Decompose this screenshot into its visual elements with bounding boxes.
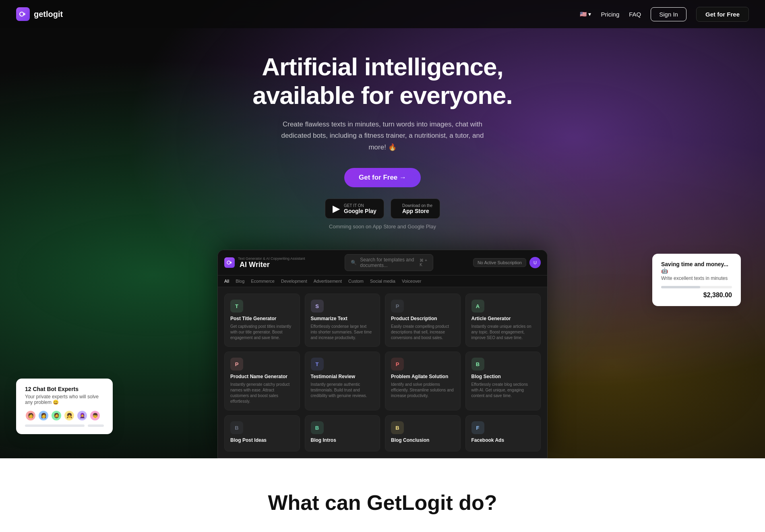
app-search[interactable]: 🔍 Search for templates and documents... … — [345, 254, 433, 271]
chatbot-avatars: 🧑👩🧔👧🧕👦 — [25, 410, 104, 421]
app-card[interactable]: F Facebook Ads — [465, 415, 541, 451]
app-card[interactable]: T Post Title Generator Get captivating p… — [224, 294, 300, 347]
card-title: Product Description — [391, 316, 455, 321]
logo[interactable]: getlogit — [16, 7, 63, 21]
store-buttons: ▶ GET IT ON Google Play Download on the … — [325, 199, 440, 219]
saving-card-bar-fill — [661, 286, 700, 288]
nav-faq[interactable]: FAQ — [629, 11, 641, 18]
app-card[interactable]: B Blog Section Effortlessly create blog … — [465, 352, 541, 410]
avatar: 👦 — [89, 410, 101, 421]
card-icon: T — [230, 300, 243, 313]
get-free-button-nav[interactable]: Get for Free — [696, 7, 749, 22]
app-cards-grid: T Post Title Generator Get captivating p… — [218, 287, 547, 458]
avatar: 🧕 — [76, 410, 88, 421]
app-window: Text Generator & AI Copywriting Assistan… — [217, 250, 548, 458]
card-icon: F — [471, 421, 484, 434]
app-page-title: AI Writer — [240, 261, 305, 269]
card-desc: Instantly generate catchy product names … — [230, 382, 294, 404]
card-desc: Instantly create unique articles on any … — [471, 324, 535, 341]
nav-right: 🇺🇸 ▾ Pricing FAQ Sign In Get for Free — [580, 7, 749, 22]
svg-point-1 — [23, 13, 25, 15]
bottom-section: What can GetLogit do? — [0, 458, 765, 531]
language-selector[interactable]: 🇺🇸 ▾ — [580, 11, 591, 17]
app-card[interactable]: B Blog Intros — [305, 415, 380, 451]
tab-development[interactable]: Development — [281, 279, 307, 284]
tab-all[interactable]: All — [224, 279, 229, 284]
get-free-button-hero[interactable]: Get for Free → — [344, 168, 421, 187]
card-icon: A — [471, 300, 484, 313]
bottom-title: What can GetLogit do? — [16, 491, 749, 515]
app-card[interactable]: S Summarize Text Effortlessly condense l… — [305, 294, 380, 347]
card-title: Post Title Generator — [230, 316, 294, 321]
chatbot-card-sub: Your private experts who will solve any … — [25, 394, 104, 405]
tab-blog[interactable]: Blog — [236, 279, 244, 284]
flag-arrow: ▾ — [588, 11, 591, 17]
app-topbar: Text Generator & AI Copywriting Assistan… — [218, 250, 547, 275]
coming-soon-text: Comming soon on App Store and Google Pla… — [329, 224, 436, 230]
saving-card: Saving time and money... 🤖 Write excelle… — [652, 254, 741, 306]
card-title: Summarize Text — [311, 316, 374, 321]
app-card[interactable]: P Product Name Generator Instantly gener… — [224, 352, 300, 410]
card-title: Blog Intros — [311, 437, 374, 443]
card-desc: Get captivating post titles instantly wi… — [230, 324, 294, 341]
signin-button[interactable]: Sign In — [651, 7, 686, 21]
tab-voiceover[interactable]: Voiceover — [402, 279, 421, 284]
card-title: Article Generator — [471, 316, 535, 321]
card-title: Blog Conclusion — [391, 437, 455, 443]
google-play-button[interactable]: ▶ GET IT ON Google Play — [325, 199, 384, 219]
card-icon: S — [311, 300, 324, 313]
card-icon: P — [391, 358, 404, 371]
avatar: 👧 — [64, 410, 75, 421]
chatbot-bar-row — [25, 424, 104, 427]
hero-section: Artificial intelligence, available for e… — [0, 0, 765, 458]
app-card[interactable]: B Blog Post Ideas — [224, 415, 300, 451]
chatbot-card: 12 Chat Bot Experts Your private experts… — [16, 379, 113, 434]
saving-card-bar — [661, 286, 732, 288]
card-icon: P — [230, 358, 243, 371]
search-icon: 🔍 — [351, 260, 357, 265]
chatbot-bar-2 — [88, 424, 104, 427]
chatbot-bar-1 — [25, 424, 85, 427]
card-icon: B — [230, 421, 243, 434]
card-icon: B — [471, 358, 484, 371]
app-logo-mini — [224, 257, 235, 268]
card-title: Product Name Generator — [230, 374, 294, 379]
logo-text: getlogit — [34, 10, 63, 19]
card-desc: Effortlessly condense large text into sh… — [311, 324, 374, 341]
subscription-badge: No Active Subscription — [473, 258, 526, 267]
google-play-icon: ▶ — [333, 203, 340, 214]
saving-card-price: $2,380.00 — [661, 292, 732, 299]
card-title: Facebook Ads — [471, 437, 535, 443]
tab-advertisement[interactable]: Advertisement — [314, 279, 342, 284]
avatar: 🧔 — [51, 410, 62, 421]
svg-point-3 — [230, 262, 232, 264]
card-title: Blog Post Ideas — [230, 437, 294, 443]
app-page-label: Text Generator & AI Copywriting Assistan… — [238, 257, 305, 261]
logo-icon — [16, 7, 30, 21]
app-store-text: Download on the App Store — [402, 203, 432, 214]
hero-subtitle: Create flawless texts in minutes, turn w… — [278, 119, 487, 154]
card-icon: P — [391, 300, 404, 313]
screenshots-area: Saving time and money... 🤖 Write excelle… — [0, 250, 765, 458]
tab-custom[interactable]: Custom — [348, 279, 364, 284]
card-title: Blog Section — [471, 374, 535, 379]
app-card[interactable]: P Problem Agilate Solution Identify and … — [385, 352, 461, 410]
card-desc: Instantly generate authentic testimonial… — [311, 382, 374, 399]
app-card[interactable]: P Product Description Easily create comp… — [385, 294, 461, 347]
tab-social-media[interactable]: Social media — [370, 279, 395, 284]
card-title: Problem Agilate Solution — [391, 374, 455, 379]
google-play-text: GET IT ON Google Play — [344, 203, 376, 214]
avatar: 🧑 — [25, 410, 36, 421]
nav-pricing[interactable]: Pricing — [601, 11, 619, 18]
app-card[interactable]: A Article Generator Instantly create uni… — [465, 294, 541, 347]
card-desc: Easily create compelling product descrip… — [391, 324, 455, 341]
card-desc: Identify and solve problems efficiently.… — [391, 382, 455, 399]
app-card[interactable]: T Testimonial Review Instantly generate … — [305, 352, 380, 410]
card-icon: T — [311, 358, 324, 371]
tab-ecommerce[interactable]: Ecommerce — [251, 279, 275, 284]
saving-card-title: Saving time and money... 🤖 — [661, 261, 732, 274]
flag-icon: 🇺🇸 — [580, 11, 587, 17]
app-tabs: All Blog Ecommerce Development Advertise… — [218, 275, 547, 287]
app-store-button[interactable]: Download on the App Store — [391, 199, 440, 219]
app-card[interactable]: B Blog Conclusion — [385, 415, 461, 451]
